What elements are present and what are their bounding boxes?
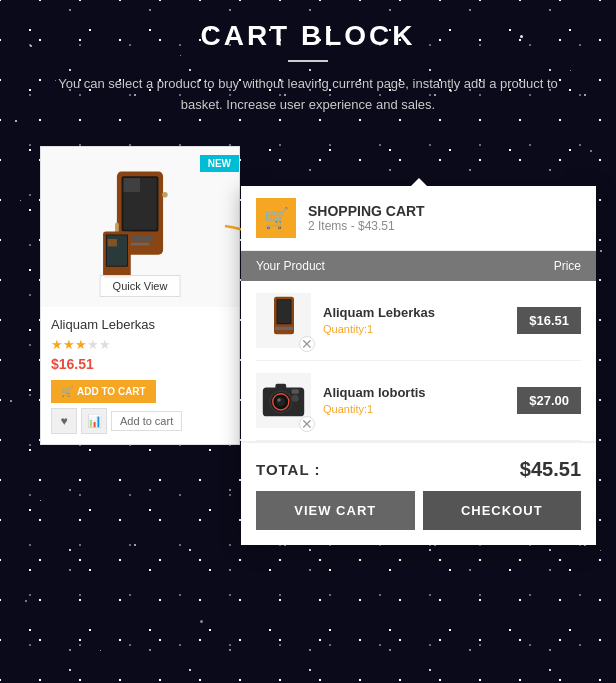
remove-item-2-button[interactable]: ✕: [299, 416, 315, 432]
svg-rect-3: [123, 178, 140, 192]
title-section: CART BLOCK You can select a product to b…: [20, 20, 596, 116]
cart-header: 🛒 SHOPPING CART 2 Items - $43.51: [241, 186, 596, 251]
remove-item-1-button[interactable]: ✕: [299, 336, 315, 352]
wishlist-row: ♥ 📊 Add to cart: [51, 408, 229, 434]
cart-actions: VIEW CART CHECKOUT: [241, 491, 596, 545]
add-to-cart-label: ADD TO CART: [77, 386, 146, 397]
cart-items: ✕ Aliquam Leberkas Quantity:1 $16.51: [241, 281, 596, 441]
cart-triangle: [411, 178, 427, 186]
cart-icon-box: 🛒: [256, 198, 296, 238]
svg-point-7: [162, 192, 168, 198]
cart-header-text: SHOPPING CART 2 Items - $43.51: [308, 203, 425, 233]
item-image-2: ✕: [256, 373, 311, 428]
cart-icon: 🛒: [61, 386, 73, 397]
svg-rect-23: [275, 383, 286, 389]
checkout-button[interactable]: CHECKOUT: [423, 491, 582, 530]
svg-rect-15: [277, 300, 290, 323]
item-2-name: Aliquam lobortis: [323, 385, 517, 400]
product-image-area: NEW: [41, 147, 239, 307]
svg-rect-5: [131, 242, 149, 245]
cart-item: ✕ Aliquam Leberkas Quantity:1 $16.51: [256, 281, 581, 361]
item-1-price: $16.51: [517, 307, 581, 334]
title-divider: [288, 60, 328, 62]
cart-table-header: Your Product Price: [241, 251, 596, 281]
cart-title: SHOPPING CART: [308, 203, 425, 219]
product-rating: ★★★★★: [51, 337, 229, 352]
svg-point-20: [276, 397, 285, 406]
add-to-cart-button[interactable]: 🛒 ADD TO CART: [51, 380, 156, 403]
item-2-details: Aliquam lobortis Quantity:1: [323, 385, 517, 415]
product-name: Aliquam Leberkas: [51, 317, 229, 332]
page-container: CART BLOCK You can select a product to b…: [0, 0, 616, 683]
svg-point-21: [277, 398, 281, 402]
item-1-name: Aliquam Leberkas: [323, 305, 517, 320]
content-area: NEW: [20, 136, 596, 626]
item-2-quantity: Quantity:1: [323, 403, 517, 415]
add-to-cart-link[interactable]: Add to cart: [111, 411, 182, 431]
main-title: CART BLOCK: [20, 20, 596, 52]
column-product: Your Product: [256, 259, 325, 273]
item-1-thumbnail: [264, 295, 304, 345]
svg-point-25: [292, 394, 299, 401]
cart-total: TOTAL : $45.51: [241, 441, 596, 491]
product-image: [95, 167, 185, 287]
new-badge: NEW: [200, 155, 239, 172]
column-price: Price: [554, 259, 581, 273]
total-amount: $45.51: [520, 458, 581, 481]
svg-rect-24: [292, 389, 299, 394]
wishlist-button[interactable]: ♥: [51, 408, 77, 434]
item-2-price: $27.00: [517, 387, 581, 414]
svg-rect-11: [108, 239, 117, 246]
cart-item: ✕ Aliquam lobortis Quantity:1 $27.00: [256, 361, 581, 441]
item-1-quantity: Quantity:1: [323, 323, 517, 335]
item-2-thumbnail: [261, 378, 306, 423]
quick-view-button[interactable]: Quick View: [100, 275, 181, 297]
cart-item-count: 2 Items - $43.51: [308, 219, 425, 233]
view-cart-button[interactable]: VIEW CART: [256, 491, 415, 530]
subtitle: You can select a product to buy without …: [58, 74, 558, 116]
item-1-details: Aliquam Leberkas Quantity:1: [323, 305, 517, 335]
item-image-1: ✕: [256, 293, 311, 348]
product-price: $16.51: [51, 356, 229, 372]
product-card: NEW: [40, 146, 240, 445]
cart-panel: 🛒 SHOPPING CART 2 Items - $43.51 Your Pr…: [241, 186, 596, 545]
product-info: Aliquam Leberkas ★★★★★ $16.51 🛒 ADD TO C…: [41, 307, 239, 444]
svg-rect-16: [274, 327, 292, 330]
compare-button[interactable]: 📊: [81, 408, 107, 434]
shopping-cart-icon: 🛒: [264, 206, 289, 230]
total-label: TOTAL :: [256, 461, 321, 478]
